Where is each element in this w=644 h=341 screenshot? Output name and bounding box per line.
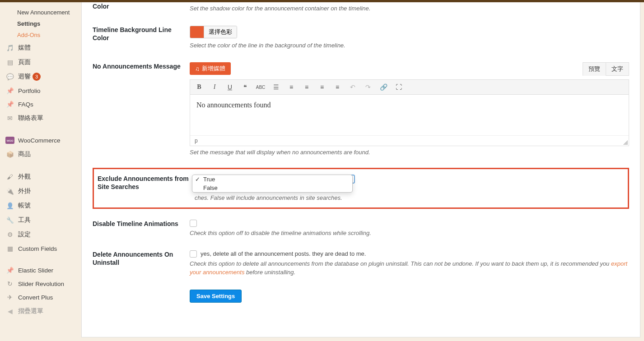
undo-icon[interactable]: ↶ [348,83,357,92]
sidebar-item-faqs[interactable]: 📌FAQs [0,97,81,111]
align-center-icon[interactable]: ≡ [317,83,327,92]
row-label-shadow-color: Color [93,2,190,10]
collapse-icon: ◀ [5,308,14,315]
user-icon: 👤 [5,202,14,209]
select-dropdown: True False [192,175,353,193]
sidebar-item-elastic-slider[interactable]: 📌Elastic Slider [0,263,81,277]
sidebar-sub-new-announcement[interactable]: New Announcement [0,7,81,18]
bold-icon[interactable]: B [195,83,204,92]
settings-form: Color Set the shadow color for the annou… [81,2,640,337]
color-swatch [190,26,204,38]
sidebar-item-contact[interactable]: ✉聯絡表單 [0,111,81,125]
delete-checkbox-label: yes, delete all of the announcement post… [201,250,366,257]
media-icon: ♫ [195,65,200,72]
delete-checkbox[interactable] [190,250,197,258]
sidebar-item-custom-fields[interactable]: ▦Custom Fields [0,242,81,255]
option-false[interactable]: False [192,184,352,192]
media-icon: 🎵 [5,44,14,51]
ul-icon[interactable]: ☰ [271,83,280,92]
sliders-icon: ⚙ [5,231,14,238]
help-exclude: ches. False will include announcements i… [195,194,624,203]
fullscreen-icon[interactable]: ⛶ [394,83,403,92]
tab-visual[interactable]: 預覽 [583,62,606,76]
sidebar-item-pages[interactable]: ▤頁面 [0,55,81,69]
add-media-button[interactable]: ♫新增媒體 [190,62,231,75]
sidebar-item-plugins[interactable]: 🔌外掛 [0,184,81,198]
sidebar-item-settings[interactable]: ⚙設定 [0,227,81,242]
align-left-icon[interactable]: ≡ [302,83,311,92]
redo-icon[interactable]: ↷ [364,83,373,92]
highlighted-setting-row: Exclude Announcements from Site Searches… [93,168,629,209]
help-disable-anim: Check this option off to disable the tim… [190,229,629,238]
grid-icon: ▦ [5,245,14,252]
sidebar-item-collapse[interactable]: ◀摺疊選單 [0,304,81,318]
editor-status: p [190,135,629,146]
help-bg-line: Select the color of the line in the back… [190,41,629,50]
editor-tabs: 預覽 文字 [583,62,629,76]
sidebar-item-tools[interactable]: 🔧工具 [0,213,81,227]
envelope-icon: ✉ [5,115,14,122]
send-icon: ✈ [5,294,14,301]
editor-content[interactable]: No announcements found [190,95,629,135]
sidebar-item-appearance[interactable]: 🖌外觀 [0,170,81,184]
sidebar-item-slider-revolution[interactable]: ↻Slider Revolution [0,277,81,290]
row-label-exclude: Exclude Announcements from Site Searches [98,175,195,203]
italic-icon[interactable]: I [210,83,219,92]
option-true[interactable]: True [192,175,352,184]
sidebar-sub-settings[interactable]: Settings [0,18,81,29]
package-icon: 📦 [5,151,14,158]
color-picker[interactable]: 選擇色彩 [190,26,237,38]
sidebar-sub-addons[interactable]: Add-Ons [0,29,81,41]
disable-anim-checkbox[interactable] [190,220,197,227]
sidebar-item-woocommerce[interactable]: wooWooCommerce [0,134,81,147]
row-label-bg-line: Timeline Background Line Color [93,26,190,42]
quote-icon[interactable]: ❝ [241,83,250,92]
row-label-no-ann: No Announcements Message [93,62,190,70]
sidebar-item-portfolio[interactable]: 📌Portfolio [0,84,81,97]
sidebar-item-comments[interactable]: 💬迴響3 [0,69,81,84]
ol-icon[interactable]: ≡ [287,83,296,92]
woo-icon: woo [5,137,14,144]
tab-text[interactable]: 文字 [606,62,629,76]
strike-icon[interactable]: ABC [256,83,265,92]
sidebar-item-users[interactable]: 👤帳號 [0,198,81,213]
brush-icon: 🖌 [5,173,14,180]
underline-icon[interactable]: U [225,83,234,92]
sidebar-item-media[interactable]: 🎵媒體 [0,41,81,55]
link-icon[interactable]: 🔗 [379,83,388,92]
pin-icon: 📌 [5,101,14,108]
comment-icon: 💬 [5,73,14,80]
sidebar-item-convert-plus[interactable]: ✈Convert Plus [0,290,81,304]
sidebar: New Announcement Settings Add-Ons 🎵媒體 ▤頁… [0,2,81,341]
editor: B I U ❝ ABC ☰ ≡ ≡ ≡ ≡ ↶ ↷ 🔗 ⛶ [190,79,629,146]
plug-icon: 🔌 [5,188,14,195]
pin-icon: 📌 [5,87,14,94]
help-no-ann: Set the message that will display when n… [190,148,629,157]
row-label-disable-anim: Disable Timeline Animations [93,220,190,228]
save-settings-button[interactable]: Save Settings [190,290,242,303]
help-shadow-color: Set the shadow color for the announcemen… [190,4,629,13]
sidebar-item-products[interactable]: 📦商品 [0,147,81,161]
refresh-icon: ↻ [5,280,14,287]
pin-icon: 📌 [5,267,14,274]
page-icon: ▤ [5,59,14,66]
select-color-button[interactable]: 選擇色彩 [204,26,237,38]
wrench-icon: 🔧 [5,217,14,224]
row-label-delete: Delete Announcements On Uninstall [93,250,190,267]
comment-count-badge: 3 [33,73,41,81]
editor-toolbar: B I U ❝ ABC ☰ ≡ ≡ ≡ ≡ ↶ ↷ 🔗 ⛶ [190,80,629,95]
help-delete: Check this option to delete all announce… [190,259,629,277]
align-right-icon[interactable]: ≡ [333,83,342,92]
resize-handle[interactable] [623,140,628,145]
